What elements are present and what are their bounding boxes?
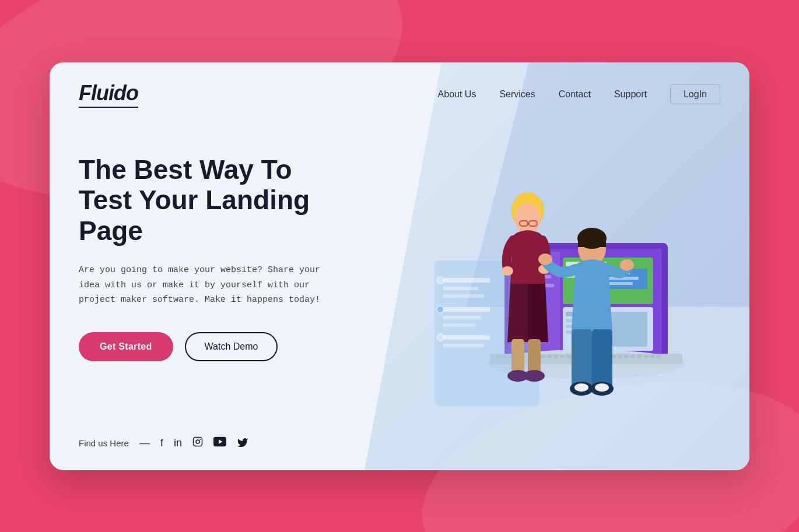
svg-rect-50 xyxy=(624,355,629,358)
get-started-button[interactable]: Get Started xyxy=(79,332,173,361)
svg-rect-37 xyxy=(541,355,545,358)
svg-rect-41 xyxy=(566,355,571,358)
nav-services[interactable]: Services xyxy=(499,89,535,99)
svg-rect-64 xyxy=(443,344,484,347)
instagram-icon[interactable] xyxy=(192,436,203,450)
svg-rect-84 xyxy=(572,329,592,387)
svg-point-67 xyxy=(437,334,444,341)
logo[interactable]: Fluido xyxy=(79,81,138,108)
svg-point-69 xyxy=(515,203,541,234)
nav-support[interactable]: Support xyxy=(614,89,647,99)
svg-point-78 xyxy=(524,370,545,382)
twitter-icon[interactable] xyxy=(237,436,248,450)
watch-demo-button[interactable]: Watch Demo xyxy=(185,332,278,361)
cta-buttons: Get Started Watch Demo xyxy=(79,332,347,361)
svg-rect-58 xyxy=(443,287,478,290)
svg-rect-38 xyxy=(547,355,552,358)
svg-rect-57 xyxy=(443,278,490,283)
find-us-label: Find us Here xyxy=(79,438,129,448)
svg-point-88 xyxy=(574,383,588,392)
nav-contact[interactable]: Contact xyxy=(559,89,591,99)
svg-rect-81 xyxy=(578,238,606,247)
svg-rect-54 xyxy=(650,355,654,358)
hero-illustration xyxy=(388,121,726,447)
svg-rect-62 xyxy=(443,323,475,327)
main-content: The Best Way To Test Your Landing Page A… xyxy=(50,119,376,361)
nav-login[interactable]: LogIn xyxy=(670,84,720,104)
svg-rect-76 xyxy=(528,339,541,374)
svg-rect-51 xyxy=(630,355,635,358)
svg-point-73 xyxy=(502,266,513,276)
svg-rect-85 xyxy=(592,329,612,387)
svg-rect-40 xyxy=(560,355,565,358)
svg-rect-49 xyxy=(618,355,622,358)
nav-about[interactable]: About Us xyxy=(438,89,476,99)
svg-rect-75 xyxy=(511,339,524,374)
svg-rect-53 xyxy=(643,355,648,358)
svg-rect-20 xyxy=(607,312,647,347)
facebook-icon[interactable]: f xyxy=(160,437,163,449)
svg-rect-39 xyxy=(553,355,558,358)
svg-rect-0 xyxy=(193,437,202,446)
svg-point-66 xyxy=(437,306,444,313)
svg-point-82 xyxy=(538,253,552,265)
hero-title: The Best Way To Test Your Landing Page xyxy=(79,154,347,247)
svg-point-83 xyxy=(620,259,634,271)
nav-links: About Us Services Contact Support LogIn xyxy=(438,89,720,100)
dash-separator: — xyxy=(139,437,150,449)
svg-rect-63 xyxy=(443,335,490,340)
page-card: Fluido About Us Services Contact Support… xyxy=(50,62,749,470)
svg-rect-55 xyxy=(656,355,661,358)
svg-point-89 xyxy=(595,383,609,392)
svg-rect-59 xyxy=(443,294,484,298)
linkedin-icon[interactable]: in xyxy=(174,437,182,449)
hero-description: Are you going to make your website? Shar… xyxy=(79,263,324,308)
svg-rect-61 xyxy=(443,316,481,319)
svg-point-1 xyxy=(196,440,199,443)
svg-rect-60 xyxy=(443,307,490,312)
social-section: Find us Here — f in xyxy=(79,436,248,450)
svg-rect-14 xyxy=(607,282,633,285)
navigation: Fluido About Us Services Contact Support… xyxy=(50,62,749,119)
svg-point-2 xyxy=(199,438,201,439)
svg-rect-52 xyxy=(637,355,642,358)
youtube-icon[interactable] xyxy=(213,436,226,450)
svg-point-65 xyxy=(437,277,444,284)
